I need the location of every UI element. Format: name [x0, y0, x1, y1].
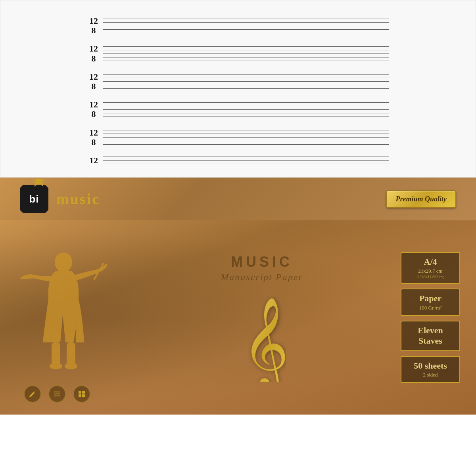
line: [103, 137, 389, 138]
line: [103, 134, 389, 134]
line: [103, 106, 389, 106]
line: [103, 130, 389, 130]
premium-label: Premium Quality: [395, 195, 447, 203]
line: [103, 33, 389, 33]
icon-lines: [48, 385, 66, 403]
treble-clef-icon: 𝄞: [238, 294, 286, 382]
staff-lines-3: [103, 74, 389, 89]
line: [103, 164, 389, 164]
line: [103, 144, 389, 145]
staff-lines-5: [103, 130, 389, 145]
bird-icon: [31, 178, 47, 189]
icon-pencil: [24, 385, 41, 403]
title-music: MUSIC: [231, 254, 293, 270]
time-signature-2: 12 8: [87, 44, 100, 63]
cover-left: [0, 220, 127, 415]
conductor-silhouette: [20, 247, 115, 374]
line: [103, 157, 389, 157]
staff-group-6: 12: [87, 156, 389, 165]
svg-point-0: [55, 252, 72, 272]
time-signature-6: 12: [87, 156, 100, 165]
line: [103, 50, 389, 50]
line: [103, 26, 389, 26]
line: [103, 109, 389, 110]
spec-box-size: A/4 21x29.7 cm 8,268x11,693 inç: [401, 252, 460, 284]
svg-rect-6: [54, 392, 60, 392]
cover-center: MUSIC Manuscript Paper 𝄞: [127, 220, 397, 415]
spec-paper-label: Paper: [407, 293, 454, 304]
svg-rect-2: [52, 342, 60, 366]
line: [103, 117, 389, 117]
svg-rect-12: [82, 394, 85, 397]
time-signature-4: 12 8: [87, 100, 100, 119]
staff-group-5: 12 8: [87, 128, 389, 147]
spec-sheets-label: 50 sheets: [407, 361, 454, 371]
svg-rect-7: [54, 394, 60, 394]
line: [103, 88, 389, 89]
line: [103, 78, 389, 78]
svg-rect-8: [54, 396, 60, 396]
spec-staves-label: Eleven Staves: [407, 325, 454, 346]
line: [103, 160, 389, 161]
line: [103, 85, 389, 85]
svg-rect-10: [82, 391, 85, 394]
svg-text:𝄞: 𝄞: [242, 298, 286, 382]
logo-area: bi music: [20, 185, 100, 213]
spec-size-label: A/4: [407, 257, 454, 267]
spec-sheets-sided: 2 sided: [407, 372, 454, 378]
staff-lines-6: [103, 157, 389, 164]
staff-lines-2: [103, 46, 389, 61]
spec-box-sheets: 50 sheets 2 sided: [401, 356, 460, 383]
svg-point-5: [65, 363, 77, 369]
line: [103, 141, 389, 141]
line: [103, 29, 389, 30]
time-signature-5: 12 8: [87, 128, 100, 147]
staff-group-1: 12 8: [87, 16, 389, 35]
manuscript-section: 12 8 12 8: [0, 0, 476, 178]
line: [103, 61, 389, 61]
title-manuscript: Manuscript Paper: [221, 272, 303, 283]
svg-rect-3: [67, 342, 75, 366]
spec-paper-gsm: 100 Gr./m²: [407, 305, 454, 311]
spec-box-paper: Paper 100 Gr./m²: [401, 289, 460, 315]
spec-size-inch: 8,268x11,693 inç: [407, 275, 454, 279]
line: [103, 81, 389, 82]
staff-lines-1: [103, 19, 389, 33]
premium-quality-badge: Premium Quality: [386, 190, 456, 208]
staff-group-2: 12 8: [87, 44, 389, 63]
line: [103, 19, 389, 19]
line: [103, 113, 389, 113]
cover-section: MUSIC Manuscript Paper 𝄞 A/4 21x29.7 cm …: [0, 220, 476, 415]
line: [103, 74, 389, 75]
logo-bi-text: bi: [29, 193, 39, 205]
spec-box-staves: Eleven Staves: [401, 321, 460, 351]
logo-music-text: music: [56, 190, 100, 208]
cover-right: A/4 21x29.7 cm 8,268x11,693 inç Paper 10…: [397, 220, 476, 415]
staff-group-4: 12 8: [87, 100, 389, 119]
line: [103, 54, 389, 54]
time-signature-1: 12 8: [87, 16, 100, 35]
svg-rect-11: [79, 394, 81, 397]
staff-group-3: 12 8: [87, 72, 389, 91]
spec-size-cm: 21x29.7 cm: [407, 268, 454, 274]
line: [103, 22, 389, 23]
line: [103, 57, 389, 57]
icon-grid: [73, 385, 90, 403]
staff-container: 12 8 12 8: [87, 4, 389, 177]
svg-rect-9: [79, 391, 81, 394]
line: [103, 46, 389, 47]
brand-strip: bi music Premium Quality: [0, 178, 476, 220]
time-signature-3: 12 8: [87, 72, 100, 91]
svg-point-4: [50, 363, 62, 369]
line: [103, 102, 389, 103]
bottom-icons: [20, 385, 119, 407]
staff-lines-4: [103, 102, 389, 117]
